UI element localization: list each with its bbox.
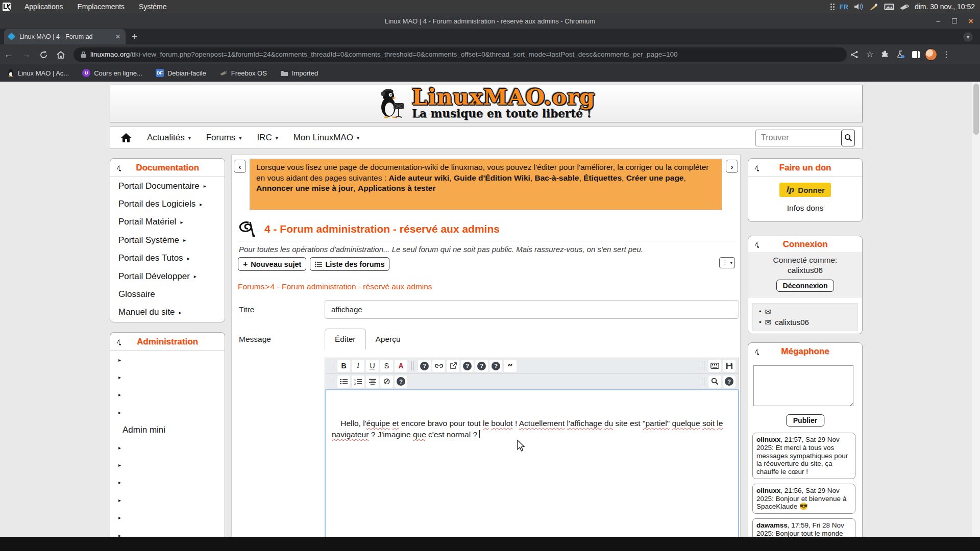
reload-button[interactable] [35, 49, 52, 60]
banner-link[interactable]: Applications à tester [358, 184, 435, 192]
new-topic-button[interactable]: + Nouveau sujet [238, 257, 306, 271]
display-settings-icon[interactable] [884, 2, 894, 11]
documentation-link[interactable]: Portail des Tutos ▸ [110, 249, 225, 267]
banner-link[interactable]: Créer une page [626, 173, 684, 182]
administration-link[interactable]: ▸ [110, 527, 225, 537]
minimize-button[interactable]: – [934, 17, 942, 25]
share-icon[interactable] [847, 47, 862, 62]
shout-author[interactable]: olinuxx [756, 487, 780, 494]
underline-button[interactable]: U [366, 360, 379, 372]
administration-link[interactable]: ▸ [110, 351, 225, 368]
site-logo-title[interactable]: LinuxMAO.org [412, 87, 595, 107]
shout-author[interactable]: olinuxx [756, 436, 780, 443]
banner-link[interactable]: Guide d'Édition Wiki [454, 173, 530, 182]
banner-link[interactable]: Étiquettes [583, 173, 622, 182]
breadcrumb-current-link[interactable]: 4 - Forum administration - réservé aux a… [271, 282, 432, 291]
tab-preview[interactable]: Aperçu [366, 329, 410, 349]
documentation-link[interactable]: Portail Documentaire ▸ [110, 177, 225, 195]
tab-search-button[interactable]: ▾ [963, 32, 973, 42]
logout-button[interactable]: Déconnexion [776, 280, 835, 292]
scrollbar-thumb[interactable] [973, 84, 979, 135]
documentation-link[interactable]: Portail Matériel ▸ [110, 213, 225, 231]
message-textarea[interactable]: Hello, l'équipe et encore bravo pour tou… [325, 389, 739, 537]
user-messages-link[interactable]: • ✉ calixtus06 [759, 317, 857, 328]
shoutbox-input[interactable] [753, 365, 853, 406]
donate-button[interactable]: lp Donner [779, 183, 831, 197]
administration-link[interactable]: ▸ [110, 456, 225, 473]
documentation-link[interactable]: Portail des Logiciels ▸ [110, 195, 225, 213]
shout-author[interactable]: dawamss [756, 521, 788, 529]
beaker-extension-icon[interactable] [893, 47, 908, 62]
menu-emplacements[interactable]: Emplacements [70, 0, 132, 13]
banner-prev-button[interactable]: ‹ [234, 160, 246, 173]
extensions-icon[interactable] [877, 47, 893, 62]
administration-link[interactable]: Admin mini [110, 421, 225, 439]
messages-link[interactable]: • ✉ [759, 306, 857, 317]
banner-link[interactable]: Annoncer une mise à jour [256, 184, 353, 192]
numbered-list-button[interactable]: 12 [352, 375, 364, 388]
bookmark-freebox[interactable]: Freebox OS [219, 69, 267, 77]
bullet-list-button[interactable] [337, 375, 350, 388]
documentation-link[interactable]: Portail Système ▸ [110, 231, 225, 249]
nav-menu-item[interactable]: Mon LinuxMAO ▾ [293, 133, 359, 143]
text-color-button[interactable]: A [395, 360, 407, 372]
external-link-button[interactable] [447, 360, 459, 372]
banner-link[interactable]: Aide auteur wiki [388, 173, 449, 182]
home-button[interactable] [52, 49, 69, 60]
no-parse-button[interactable]: ⊘ [380, 375, 393, 388]
align-center-button[interactable] [366, 375, 379, 388]
topic-title-input[interactable] [325, 300, 739, 319]
removable-media-icon[interactable] [899, 2, 910, 11]
documentation-link[interactable]: Portail Développer ▸ [110, 267, 225, 285]
italic-button[interactable]: I [352, 360, 364, 372]
side-panel-icon[interactable] [908, 47, 923, 62]
bookmark-star-icon[interactable]: ☆ [862, 47, 877, 62]
find-button[interactable] [708, 375, 721, 388]
tab-edit[interactable]: Éditer [325, 329, 366, 349]
banner-link[interactable]: Bac-à-sable [534, 173, 579, 182]
menu-systeme[interactable]: Système [132, 0, 174, 13]
administration-link[interactable]: ▸ [110, 474, 225, 491]
administration-link[interactable]: ▸ [110, 491, 225, 509]
help-plugin-button[interactable]: ? [418, 360, 431, 372]
smiley-button[interactable]: ? [475, 360, 488, 372]
bookmark-debian-facile[interactable]: DF Debian-facile [156, 69, 206, 77]
blockquote-button[interactable]: “ [504, 360, 517, 372]
page-scrollbar[interactable] [972, 82, 980, 537]
site-search-input[interactable] [755, 130, 841, 146]
administration-link[interactable]: ▸ [110, 368, 225, 386]
banner-next-button[interactable]: › [726, 160, 738, 173]
fullscreen-editor-button[interactable] [708, 360, 721, 372]
administration-link[interactable]: ▸ [110, 509, 225, 527]
profile-avatar[interactable] [923, 47, 939, 62]
home-icon[interactable] [120, 133, 132, 143]
administration-link[interactable]: ▸ [110, 439, 225, 456]
browser-menu-icon[interactable]: ⋮ [939, 47, 954, 62]
keyboard-layout-indicator[interactable]: FR [840, 3, 848, 11]
donation-info-link[interactable]: Infos dons [748, 204, 862, 213]
tab-close-icon[interactable]: ✕ [114, 33, 121, 40]
browser-tab[interactable]: Linux MAO | 4 - Forum ad ✕ [4, 29, 126, 44]
wiki-link-button[interactable] [432, 360, 445, 372]
maximize-button[interactable] [950, 17, 959, 25]
documentation-link[interactable]: Manuel du site ▸ [110, 304, 225, 321]
nav-menu-item[interactable]: Actualités ▾ [147, 133, 191, 143]
publish-button[interactable]: Publier [786, 414, 824, 427]
forward-button[interactable]: → [17, 49, 35, 60]
volume-icon[interactable] [853, 2, 864, 11]
bookmark-linuxmao[interactable]: Linux MAO | Ac... [7, 69, 69, 77]
nav-menu-item[interactable]: IRC ▾ [257, 133, 278, 143]
nav-menu-item[interactable]: Forums ▾ [206, 133, 242, 143]
notification-dots-icon[interactable] [830, 4, 835, 10]
anchor-button[interactable]: ? [489, 360, 502, 372]
editor-help-button[interactable]: ? [723, 375, 736, 388]
menu-applications[interactable]: Applications [17, 0, 70, 13]
screenshot-tool-icon[interactable] [869, 2, 879, 11]
forum-options-button[interactable]: ⋮ ▾ [719, 257, 735, 268]
close-window-button[interactable]: ✕ [967, 17, 975, 25]
url-bar[interactable]: linuxmao.org/tiki-view_forum.php?openpos… [74, 47, 847, 62]
special-chars-button[interactable]: ? [461, 360, 474, 372]
bookmark-cours[interactable]: U Cours en ligne... [82, 69, 142, 77]
back-button[interactable]: ← [0, 49, 17, 60]
plugin-help-button[interactable]: ? [395, 375, 407, 388]
